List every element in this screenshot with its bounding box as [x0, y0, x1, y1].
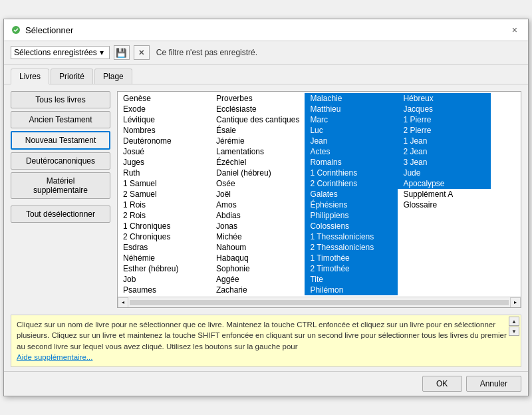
list-item[interactable]: 2 Samuel [118, 189, 211, 200]
info-box: Cliquez sur un nom de livre pour ne séle… [11, 315, 521, 366]
list-item[interactable]: Supplément A [398, 189, 491, 200]
old-testament-button[interactable]: Ancien Testament [11, 111, 110, 128]
list-item[interactable]: Esdras [118, 242, 211, 253]
deuterocanonicals-button[interactable]: Deutérocanoniques [11, 152, 110, 170]
list-item[interactable]: Luc [305, 125, 398, 136]
list-item[interactable]: Genèse [118, 93, 211, 104]
tab-priorite[interactable]: Priorité [51, 69, 93, 84]
supplemental-material-button[interactable]: Matériel supplémentaire [11, 172, 110, 199]
scroll-right-button[interactable]: ▸ [510, 297, 521, 308]
info-scroll-down[interactable]: ▼ [509, 327, 519, 336]
scroll-left-button[interactable]: ◂ [118, 297, 128, 308]
list-item[interactable]: Juges [118, 157, 211, 168]
list-item[interactable]: Lévitique [118, 114, 211, 125]
list-item[interactable]: 2 Chroniques [118, 231, 211, 242]
list-item[interactable]: Sophonie [211, 263, 305, 274]
list-item[interactable]: Nahoum [211, 242, 305, 253]
list-item[interactable]: Tite [305, 274, 398, 285]
cancel-button[interactable]: Annuler [466, 376, 521, 392]
toolbar: Sélections enregistrées ▾ 💾 ✕ Ce filtre … [4, 41, 528, 65]
list-item[interactable]: Jérémie [211, 136, 305, 146]
list-item[interactable]: Michée [211, 231, 305, 242]
dialog-title: Sélectionner [25, 25, 73, 35]
tab-plage[interactable]: Plage [94, 69, 132, 84]
horizontal-scrollbar[interactable]: ◂ ▸ [118, 297, 521, 307]
list-item[interactable]: Exode [118, 104, 211, 114]
all-books-button[interactable]: Tous les livres [11, 91, 110, 108]
list-item[interactable]: Deutéronome [118, 136, 211, 146]
list-item[interactable]: 2 Jean [398, 146, 491, 157]
book-column-2: MalachieMatthieuMarcLucJeanActesRomains1… [305, 92, 398, 297]
list-item[interactable]: 1 Corinthiens [305, 168, 398, 178]
list-item[interactable]: Jacques [398, 104, 491, 114]
list-item[interactable]: Habaquq [211, 253, 305, 263]
title-bar-left: Sélectionner [11, 25, 73, 35]
list-item[interactable]: Joël [211, 189, 305, 200]
saved-selections-dropdown[interactable]: Sélections enregistrées ▾ [11, 46, 110, 59]
list-item[interactable]: Daniel (hébreu) [211, 168, 305, 178]
list-item[interactable]: Psaumes [118, 285, 211, 295]
save-filter-button[interactable]: 💾 [114, 45, 130, 60]
close-button[interactable]: × [508, 23, 521, 37]
new-testament-button[interactable]: Nouveau Testament [11, 131, 110, 150]
delete-filter-button[interactable]: ✕ [134, 45, 150, 60]
list-item[interactable]: 2 Thessaloniciens [305, 242, 398, 253]
list-item[interactable]: Philippiens [305, 210, 398, 221]
list-item[interactable]: 1 Timothée [305, 253, 398, 263]
list-item[interactable]: Malachie [305, 93, 398, 104]
list-item[interactable]: Job [118, 274, 211, 285]
list-item[interactable]: 3 Jean [398, 157, 491, 168]
list-item[interactable]: Néhémie [118, 253, 211, 263]
list-item[interactable]: Colossiens [305, 221, 398, 231]
list-item[interactable]: 1 Jean [398, 136, 491, 146]
list-item[interactable]: 1 Samuel [118, 178, 211, 189]
info-scroll-up[interactable]: ▲ [509, 317, 519, 326]
list-item[interactable]: 1 Pierre [398, 114, 491, 125]
list-item[interactable]: 1 Chroniques [118, 221, 211, 231]
list-item[interactable]: Ésaie [211, 125, 305, 136]
book-list-scroll[interactable]: GenèseExodeLévitiqueNombresDeutéronomeJo… [118, 92, 521, 297]
deselect-all-button[interactable]: Tout désélectionner [11, 206, 110, 223]
list-item[interactable]: Proverbes [211, 93, 305, 104]
delete-icon: ✕ [138, 49, 144, 57]
list-item[interactable]: Ecclésiaste [211, 104, 305, 114]
list-item[interactable]: Matthieu [305, 104, 398, 114]
list-item[interactable]: 2 Timothée [305, 263, 398, 274]
list-item[interactable]: Cantique des cantiques [211, 114, 305, 125]
ok-button[interactable]: OK [422, 376, 462, 392]
main-content: Tous les livres Ancien Testament Nouveau… [4, 84, 528, 315]
list-item[interactable]: Osée [211, 178, 305, 189]
list-item[interactable]: Nombres [118, 125, 211, 136]
scroll-track[interactable] [130, 300, 509, 305]
list-item[interactable]: Abdias [211, 210, 305, 221]
list-item[interactable]: 2 Pierre [398, 125, 491, 136]
list-item[interactable]: 2 Corinthiens [305, 178, 398, 189]
list-item[interactable]: Josué [118, 146, 211, 157]
list-item[interactable]: Jude [398, 168, 491, 178]
help-link[interactable]: Aide supplémentaire... [17, 353, 92, 361]
list-item[interactable]: Lamentations [211, 146, 305, 157]
list-item[interactable]: Jean [305, 136, 398, 146]
list-item[interactable]: Marc [305, 114, 398, 125]
list-item[interactable]: Galates [305, 189, 398, 200]
list-item[interactable]: Actes [305, 146, 398, 157]
tab-livres[interactable]: Livres [11, 69, 49, 84]
list-item[interactable]: 1 Rois [118, 200, 211, 210]
list-item[interactable]: Esther (hébreu) [118, 263, 211, 274]
app-icon [11, 25, 21, 35]
list-item[interactable]: Ruth [118, 168, 211, 178]
list-item[interactable]: Glossaire [398, 200, 491, 210]
list-item[interactable]: Hébreux [398, 93, 491, 104]
list-item[interactable]: Éphésiens [305, 200, 398, 210]
book-list-container: GenèseExodeLévitiqueNombresDeutéronomeJo… [117, 91, 521, 308]
list-item[interactable]: Apocalypse [398, 178, 491, 189]
list-item[interactable]: 2 Rois [118, 210, 211, 221]
list-item[interactable]: Romains [305, 157, 398, 168]
list-item[interactable]: Aggée [211, 274, 305, 285]
list-item[interactable]: Jonas [211, 221, 305, 231]
list-item[interactable]: Philémon [305, 285, 398, 295]
list-item[interactable]: Amos [211, 200, 305, 210]
list-item[interactable]: 1 Thessaloniciens [305, 231, 398, 242]
list-item[interactable]: Ézéchiel [211, 157, 305, 168]
list-item[interactable]: Zacharie [211, 285, 305, 295]
